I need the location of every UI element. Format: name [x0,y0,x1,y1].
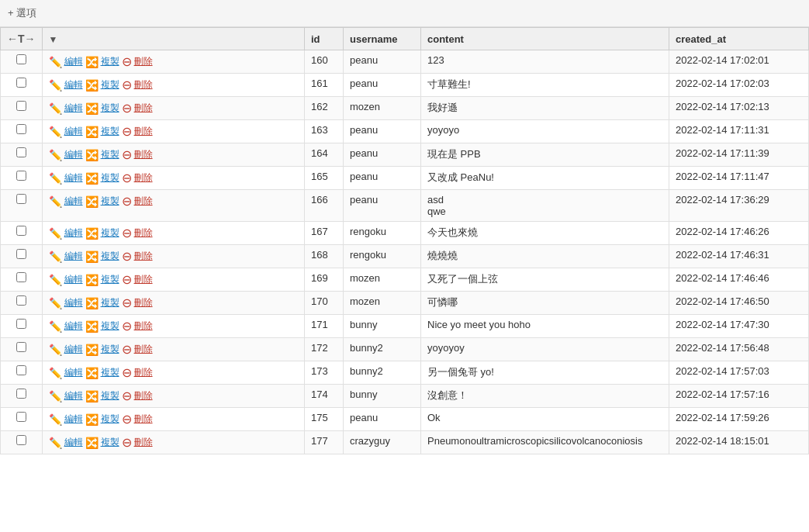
delete-button[interactable]: 刪除 [134,296,153,309]
copy-button[interactable]: 複製 [101,171,119,185]
col-header-content[interactable]: content [421,28,669,50]
edit-button[interactable]: 編輯 [64,195,83,208]
edit-button[interactable]: 編輯 [64,148,83,161]
copy-button[interactable]: 複製 [101,320,119,333]
row-username: mozen [344,292,421,315]
row-content: 又改成 PeaNu! [421,167,669,190]
edit-button[interactable]: 編輯 [64,171,83,185]
row-checkbox[interactable] [16,319,26,329]
copy-button[interactable]: 複製 [101,55,119,68]
copy-button[interactable]: 複製 [101,102,119,115]
delete-button[interactable]: 刪除 [134,102,153,115]
row-checkbox[interactable] [16,194,26,204]
edit-button[interactable]: 編輯 [64,226,83,240]
row-checkbox[interactable] [16,342,26,352]
row-checkbox[interactable] [16,365,26,375]
col-header-actions: ▼ [42,28,304,50]
copy-button[interactable]: 複製 [101,273,119,286]
edit-button[interactable]: 編輯 [64,343,83,356]
row-checkbox[interactable] [16,249,26,259]
col-header-id[interactable]: id [305,28,344,50]
edit-button[interactable]: 編輯 [64,320,83,333]
row-checkbox[interactable] [16,412,26,422]
copy-button[interactable]: 複製 [101,343,119,356]
delete-button[interactable]: 刪除 [134,320,153,333]
delete-button[interactable]: 刪除 [134,55,153,68]
resize-left-icon[interactable]: ←T→ [7,33,36,45]
row-username: bunny2 [344,361,421,385]
delete-button[interactable]: 刪除 [134,436,153,449]
row-checkbox[interactable] [16,171,26,181]
edit-button[interactable]: 編輯 [64,273,83,286]
edit-icon: ✏️ [49,227,62,240]
delete-button[interactable]: 刪除 [134,273,153,286]
table-row: ✏️ 編輯 🔀 複製 ⊖ 刪除 168rengoku燒燒燒2022-02-14 … [1,245,809,268]
add-option-link[interactable]: + 選項 [8,7,36,19]
delete-button[interactable]: 刪除 [134,78,153,92]
edit-button[interactable]: 編輯 [64,125,83,138]
row-checkbox[interactable] [16,226,26,236]
edit-icon: ✏️ [49,413,62,426]
delete-button[interactable]: 刪除 [134,195,153,208]
row-actions-cell: ✏️ 編輯 🔀 複製 ⊖ 刪除 [42,190,304,222]
edit-button[interactable]: 編輯 [64,389,83,402]
delete-circle-icon: ⊖ [122,389,132,403]
table-row: ✏️ 編輯 🔀 複製 ⊖ 刪除 174bunny沒創意！2022-02-14 1… [1,385,809,408]
copy-button[interactable]: 複製 [101,389,119,402]
row-checkbox[interactable] [16,78,26,88]
table-row: ✏️ 編輯 🔀 複製 ⊖ 刪除 160peanu1232022-02-14 17… [1,50,809,74]
copy-button[interactable]: 複製 [101,250,119,263]
edit-icon: ✏️ [49,437,62,449]
row-checkbox[interactable] [16,435,26,445]
row-created-at: 2022-02-14 17:46:50 [669,292,809,315]
copy-button[interactable]: 複製 [101,195,119,208]
copy-button[interactable]: 複製 [101,436,119,449]
row-content: 今天也來燒 [421,222,669,245]
copy-button[interactable]: 複製 [101,148,119,161]
row-checkbox[interactable] [16,101,26,111]
table-row: ✏️ 編輯 🔀 複製 ⊖ 刪除 167rengoku今天也來燒2022-02-1… [1,222,809,245]
edit-button[interactable]: 編輯 [64,78,83,92]
delete-button[interactable]: 刪除 [134,389,153,402]
delete-button[interactable]: 刪除 [134,413,153,426]
col-header-created-at[interactable]: created_at [669,28,809,50]
copy-button[interactable]: 複製 [101,296,119,309]
copy-icon: 🔀 [85,227,99,240]
row-checkbox[interactable] [16,124,26,134]
row-content: 可憐哪 [421,292,669,315]
delete-button[interactable]: 刪除 [134,366,153,379]
delete-button[interactable]: 刪除 [134,226,153,240]
row-checkbox[interactable] [16,147,26,157]
row-username: mozen [344,268,421,292]
col-header-username[interactable]: username [344,28,421,50]
copy-icon: 🔀 [85,437,99,449]
edit-button[interactable]: 編輯 [64,413,83,426]
row-checkbox[interactable] [16,54,26,64]
row-checkbox[interactable] [16,295,26,306]
row-created-at: 2022-02-14 17:02:01 [669,50,809,74]
row-checkbox[interactable] [16,389,26,399]
row-content: Ok [421,408,669,431]
edit-button[interactable]: 編輯 [64,436,83,449]
edit-icon: ✏️ [49,56,62,68]
edit-button[interactable]: 編輯 [64,102,83,115]
copy-button[interactable]: 複製 [101,366,119,379]
edit-button[interactable]: 編輯 [64,55,83,68]
edit-button[interactable]: 編輯 [64,366,83,379]
copy-button[interactable]: 複製 [101,78,119,92]
delete-button[interactable]: 刪除 [134,171,153,185]
copy-button[interactable]: 複製 [101,125,119,138]
row-id: 163 [305,120,344,143]
copy-button[interactable]: 複製 [101,226,119,240]
delete-button[interactable]: 刪除 [134,148,153,161]
delete-button[interactable]: 刪除 [134,343,153,356]
edit-button[interactable]: 編輯 [64,296,83,309]
delete-button[interactable]: 刪除 [134,125,153,138]
delete-button[interactable]: 刪除 [134,250,153,263]
row-created-at: 2022-02-14 17:11:47 [669,167,809,190]
row-checkbox[interactable] [16,272,26,282]
copy-button[interactable]: 複製 [101,413,119,426]
row-content: 另一個兔哥 yo! [421,361,669,385]
delete-circle-icon: ⊖ [122,171,132,185]
edit-button[interactable]: 編輯 [64,250,83,263]
